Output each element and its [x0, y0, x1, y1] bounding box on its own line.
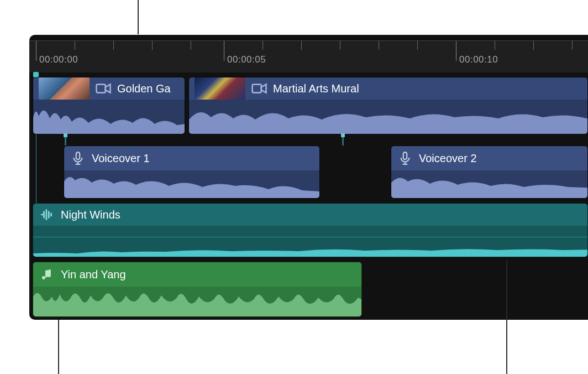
- tracks-area[interactable]: Golden Ga Martial Arts Mural: [29, 77, 588, 320]
- svg-rect-2: [76, 152, 80, 159]
- waveform: [64, 170, 320, 198]
- waveform: [189, 101, 588, 134]
- video-camera-icon: [251, 80, 267, 97]
- clip-connector: [64, 133, 67, 137]
- callout-line-bottom-left: [58, 320, 59, 374]
- clip-label: Martial Arts Mural: [273, 82, 359, 95]
- microphone-icon: [70, 150, 86, 167]
- music-clip-yin-yang[interactable]: Yin and Yang: [33, 262, 362, 317]
- music-note-icon: [39, 266, 55, 283]
- waveform: [33, 101, 185, 134]
- clip-connector: [341, 133, 345, 137]
- ruler-tick-label: 00:00:00: [39, 54, 78, 65]
- svg-rect-0: [97, 85, 106, 93]
- video-clip-golden-gate[interactable]: Golden Ga: [33, 77, 185, 134]
- callout-line-bottom-right: [506, 261, 507, 374]
- playhead[interactable]: [35, 72, 36, 73]
- timeline-panel[interactable]: 00:00:00 00:00:05 00:00:10: [29, 35, 588, 320]
- sfx-clip-night-winds[interactable]: Night Winds: [33, 203, 588, 257]
- clip-label: Night Winds: [61, 209, 120, 221]
- voiceover-clip-1[interactable]: Voiceover 1: [64, 146, 320, 199]
- clip-connector-line: [65, 137, 66, 146]
- time-ruler[interactable]: 00:00:00 00:00:05 00:00:10: [29, 40, 588, 72]
- waveform: [33, 287, 362, 316]
- svg-rect-1: [253, 85, 261, 93]
- video-camera-icon: [95, 80, 112, 97]
- sound-wave-icon: [39, 206, 55, 223]
- svg-rect-3: [403, 152, 407, 159]
- waveform: [33, 237, 588, 257]
- callout-line-top: [138, 0, 139, 34]
- clip-label: Golden Ga: [117, 82, 171, 95]
- ruler-tick-label: 00:00:10: [459, 54, 498, 65]
- clip-label: Yin and Yang: [61, 268, 126, 281]
- voiceover-clip-2[interactable]: Voiceover 2: [391, 146, 588, 199]
- clip-thumbnail: [195, 77, 245, 100]
- clip-label: Voiceover 2: [419, 152, 477, 165]
- clip-connector-line: [342, 137, 344, 146]
- microphone-icon: [397, 150, 413, 167]
- ruler-tick-label: 00:00:05: [227, 54, 266, 65]
- clip-thumbnail: [39, 77, 90, 100]
- waveform: [391, 170, 588, 198]
- clip-label: Voiceover 1: [92, 152, 150, 165]
- video-clip-martial-arts[interactable]: Martial Arts Mural: [188, 77, 588, 134]
